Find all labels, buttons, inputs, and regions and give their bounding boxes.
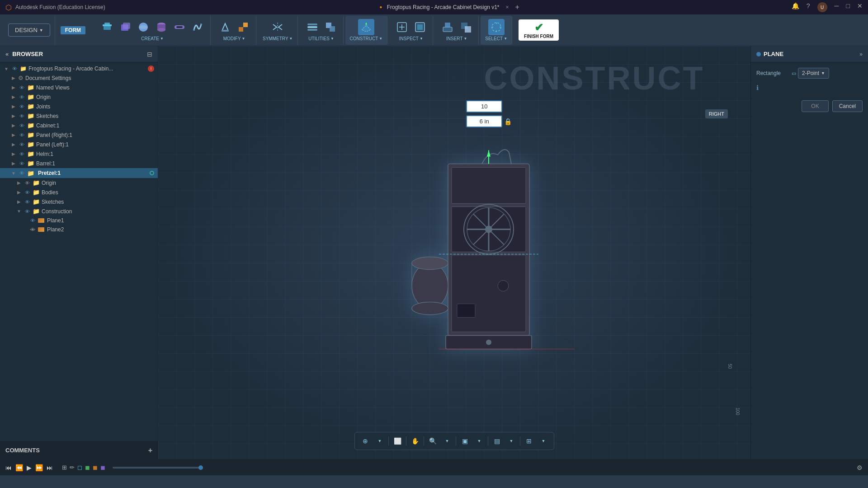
- eye-icon-plane2[interactable]: 👁: [29, 227, 36, 232]
- create-freeform-icon[interactable]: [189, 19, 206, 35]
- comments-section[interactable]: COMMENTS +: [0, 441, 158, 459]
- design-button[interactable]: DESIGN ▼: [8, 23, 50, 37]
- zoom-icon[interactable]: 🔍: [426, 434, 439, 448]
- construct-plane-icon[interactable]: [358, 19, 374, 35]
- timeline-icon3[interactable]: ◻: [77, 464, 82, 471]
- create-sphere-icon[interactable]: [135, 19, 151, 35]
- display-arrow[interactable]: ▼: [505, 434, 518, 448]
- zoom-arrow[interactable]: ▼: [440, 434, 454, 448]
- next-btn[interactable]: ⏩: [35, 464, 43, 471]
- create-box-icon[interactable]: [117, 19, 133, 35]
- tree-construction[interactable]: ▼ 👁 📁 Construction: [0, 206, 158, 216]
- tree-joints[interactable]: ▶ 👁 📁 Joints: [0, 102, 158, 111]
- plane-expand-icon[interactable]: »: [859, 51, 863, 57]
- eye-icon-joints[interactable]: 👁: [18, 104, 25, 109]
- tree-cabinet[interactable]: ▶ 👁 📁 Cabinet:1: [0, 121, 158, 130]
- create-extrude-icon[interactable]: [99, 19, 115, 35]
- eye-icon-construction[interactable]: 👁: [24, 209, 31, 214]
- view-arrow[interactable]: ▼: [472, 434, 486, 448]
- timeline-icon4[interactable]: ◼: [85, 464, 90, 471]
- snap-arrow[interactable]: ▼: [373, 434, 387, 448]
- insert-label[interactable]: INSERT ▼: [446, 36, 467, 41]
- tree-bodies[interactable]: ▶ 👁 📁 Bodies: [0, 188, 158, 197]
- tree-plane2[interactable]: 👁 Plane2: [0, 225, 158, 234]
- tree-panel-left[interactable]: ▶ 👁 📁 Panel (Left):1: [0, 140, 158, 149]
- plane-ok-button[interactable]: OK: [802, 100, 828, 112]
- symmetry-icon[interactable]: [269, 19, 286, 35]
- eye-icon-cabinet[interactable]: 👁: [18, 123, 25, 128]
- timeline-icon6[interactable]: ◼: [100, 464, 105, 471]
- eye-icon-pretzel-origin[interactable]: 👁: [24, 180, 31, 186]
- eye-icon-panel-left[interactable]: 👁: [18, 142, 25, 147]
- tree-pretzel-origin[interactable]: ▶ 👁 📁 Origin: [0, 178, 158, 188]
- eye-icon-views[interactable]: 👁: [18, 85, 25, 90]
- insert-icon2[interactable]: [458, 19, 474, 35]
- select-cursor-icon[interactable]: [488, 19, 505, 35]
- modify-icon[interactable]: [217, 19, 233, 35]
- eye-icon-plane1[interactable]: 👁: [29, 218, 36, 223]
- settings-gear-icon[interactable]: ⚙: [857, 464, 863, 471]
- inspect-icon[interactable]: [394, 19, 410, 35]
- maximize-btn[interactable]: □: [846, 2, 850, 12]
- timeline-bar[interactable]: [113, 467, 203, 469]
- eye-icon-pretzel-sketches[interactable]: 👁: [24, 199, 31, 205]
- insert-icon[interactable]: [439, 19, 456, 35]
- tree-root[interactable]: ▼ 👁 📁 Frogtopus Racing - Arcade Cabin...…: [0, 64, 158, 73]
- utilities-icon[interactable]: [304, 19, 321, 35]
- select-label[interactable]: SELECT ▼: [485, 36, 507, 41]
- view-cube-icon[interactable]: ▣: [458, 434, 472, 448]
- end-btn[interactable]: ⏭: [47, 464, 53, 471]
- symmetry-label[interactable]: SYMMETRY ▼: [263, 36, 292, 41]
- tree-plane1[interactable]: 👁 Plane1: [0, 216, 158, 225]
- plane-cancel-button[interactable]: Cancel: [832, 100, 863, 112]
- tree-panel-right[interactable]: ▶ 👁 📁 Panel (Right):1: [0, 130, 158, 140]
- plane-mode-dropdown[interactable]: 2-Point ▼: [798, 68, 829, 79]
- tree-named-views[interactable]: ▶ 👁 📁 Named Views: [0, 83, 158, 92]
- minimize-btn[interactable]: ─: [835, 2, 839, 12]
- grid-arrow[interactable]: ▼: [537, 434, 550, 448]
- construct-label[interactable]: CONSTRUCT ▼: [350, 36, 383, 41]
- create-label[interactable]: CREATE ▼: [141, 36, 164, 41]
- eye-icon-origin[interactable]: 👁: [18, 94, 25, 100]
- display-icon[interactable]: ▤: [490, 434, 504, 448]
- lock-icon[interactable]: 🔒: [504, 118, 512, 125]
- pan-icon[interactable]: ✋: [408, 434, 422, 448]
- eye-icon-panel-right[interactable]: 👁: [18, 132, 25, 138]
- tree-pretzel-sketches[interactable]: ▶ 👁 📁 Sketches: [0, 197, 158, 206]
- browser-settings-icon[interactable]: ⊟: [147, 51, 152, 58]
- tab-close-btn[interactable]: ×: [506, 4, 509, 10]
- rewind-btn[interactable]: ⏮: [5, 464, 12, 471]
- tree-pretzel[interactable]: ▼ 👁 📁 Pretzel:1: [0, 168, 158, 178]
- finish-form-button[interactable]: ✔ FINISH FORM: [519, 19, 559, 41]
- close-btn[interactable]: ✕: [857, 2, 863, 12]
- timeline-icon5[interactable]: ◼: [93, 464, 98, 471]
- create-pipe-icon[interactable]: [171, 19, 188, 35]
- timeline-icon1[interactable]: ⊞: [62, 464, 67, 471]
- dim2-input[interactable]: [466, 115, 502, 127]
- eye-icon[interactable]: 👁: [11, 66, 18, 71]
- timeline-icon2[interactable]: ✏: [70, 464, 75, 471]
- eye-icon-helm[interactable]: 👁: [18, 151, 25, 157]
- eye-icon-barrel[interactable]: 👁: [18, 161, 25, 166]
- dim1-input[interactable]: [466, 100, 502, 113]
- browser-collapse-icon[interactable]: «: [5, 51, 9, 57]
- tree-barrel[interactable]: ▶ 👁 📁 Barrel:1: [0, 159, 158, 168]
- viewport[interactable]: CONSTRUCT: [158, 46, 750, 459]
- grid-icon[interactable]: ⊞: [522, 434, 536, 448]
- snap-icon[interactable]: ⊕: [359, 434, 372, 448]
- create-cylinder-icon[interactable]: [153, 19, 170, 35]
- tree-origin[interactable]: ▶ 👁 📁 Origin: [0, 92, 158, 102]
- eye-icon-pretzel[interactable]: 👁: [18, 170, 25, 176]
- new-tab-btn[interactable]: +: [515, 3, 519, 11]
- orbit-icon[interactable]: ⬜: [391, 434, 404, 448]
- utilities-icon2[interactable]: [322, 19, 339, 35]
- modify-icon2[interactable]: [235, 19, 251, 35]
- modify-label[interactable]: MODIFY ▼: [223, 36, 245, 41]
- tree-helm[interactable]: ▶ 👁 📁 Helm:1: [0, 149, 158, 159]
- utilities-label[interactable]: UTILITIES ▼: [308, 36, 334, 41]
- tree-sketches[interactable]: ▶ 👁 📁 Sketches: [0, 111, 158, 121]
- inspect-icon2[interactable]: [412, 19, 428, 35]
- comments-add-icon[interactable]: +: [148, 446, 152, 455]
- inspect-label[interactable]: INSPECT ▼: [399, 36, 423, 41]
- eye-icon-sketches[interactable]: 👁: [18, 113, 25, 119]
